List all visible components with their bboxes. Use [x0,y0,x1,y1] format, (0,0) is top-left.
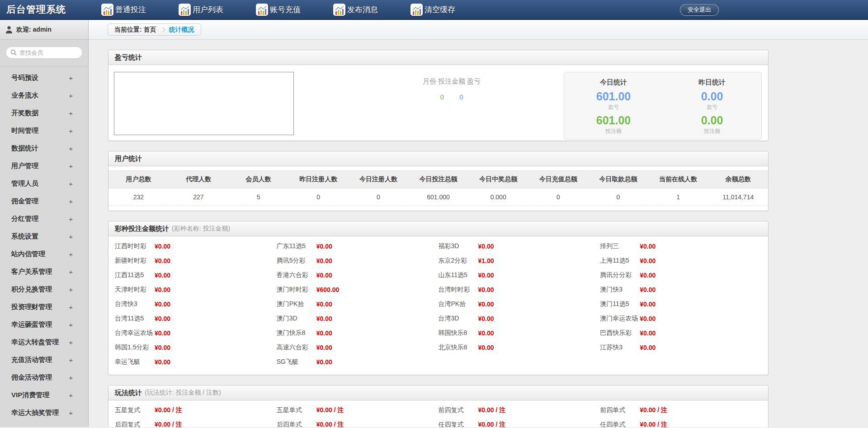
yesterday-title: 昨日统计 [663,78,761,87]
yesterday-stats: 昨日统计 0.00 盈亏 0.00 投注额 [663,78,761,139]
lottery-amount: ¥0.00 [316,315,332,322]
sidebar-menu-item[interactable]: 客户关系管理 + [0,263,88,281]
sidebar-menu-item[interactable]: 充值活动管理 + [0,351,88,369]
play-amount: ¥0.00 / 注 [155,421,182,427]
sidebar-menu-item[interactable]: 管理人员 + [0,175,88,193]
sidebar-menu-item-label: 佣金管理 [11,197,38,206]
expand-plus-icon: + [69,198,73,205]
top-menu-item[interactable]: 账号充值 [256,4,301,16]
expand-plus-icon: + [69,374,73,381]
sidebar-menu-item[interactable]: 分红管理 + [0,210,88,228]
play-item: 任四单式 ¥0.00 / 注 [600,418,762,427]
lottery-amount: ¥0.00 [640,301,656,308]
legend-header: 月份 投注金额 盈亏 [423,77,481,86]
sidebar: 欢迎: admin 号码预设 + [0,20,89,427]
sidebar-menu-item-label: 系统设置 [11,232,38,241]
sidebar-menu-item[interactable]: 时间管理 + [0,122,88,140]
lottery-item: 台湾时时彩 ¥0.00 [439,282,600,297]
lottery-item: 香港六合彩 ¥0.00 [277,268,439,282]
lottery-item: 澳门快3 ¥0.00 [600,282,762,297]
expand-plus-icon: + [69,409,73,417]
lottery-amount: ¥1.00 [478,257,494,264]
sidebar-menu-item[interactable]: 积分兑换管理 + [0,281,88,298]
users-column-value: 11,014,714 [708,188,768,206]
users-column-value: 5 [228,188,288,206]
welcome-bar: 欢迎: admin [0,20,88,40]
lottery-name: 韩国1.5分彩 [115,343,155,352]
sidebar-menu-item[interactable]: 佣金活动管理 + [0,369,88,386]
sidebar-menu-item[interactable]: 号码预设 + [0,69,88,87]
lottery-amount: ¥0.00 [640,329,656,337]
sidebar-menu-item[interactable]: 佣金管理 + [0,193,88,210]
sidebar-menu-item[interactable]: 投资理财管理 + [0,298,88,316]
lottery-grid: 江西时时彩 ¥0.00 广东11选5 ¥0.00 福彩3D ¥0.00 [108,236,768,375]
top-menu-item[interactable]: 普通投注 [101,4,146,16]
users-column-header: 今日注册人数 [349,171,409,188]
search-input[interactable] [19,49,74,56]
users-column-header: 当前在线人数 [648,171,708,188]
sidebar-menu-item[interactable]: 业务流水 + [0,87,88,104]
chart-icon [256,4,268,16]
top-menu-item-label: 普通投注 [115,5,146,15]
expand-plus-icon: + [69,268,73,276]
expand-plus-icon: + [69,391,73,399]
sidebar-menu-item[interactable]: 幸运大抽奖管理 + [0,404,88,422]
sidebar-menu-item[interactable]: 系统设置 + [0,228,88,245]
top-menu-item[interactable]: 清空缓存 [410,4,455,16]
sidebar-menu-item[interactable]: 幸运砸蛋管理 + [0,316,88,334]
legend-profit-value: 0 [459,93,463,101]
lottery-item: 上海11选5 ¥0.00 [600,254,762,268]
lottery-name: 江苏快3 [600,343,640,352]
top-menu-item[interactable]: 发布消息 [333,4,378,16]
sidebar-menu-item[interactable]: VIP消费管理 + [0,386,88,404]
lottery-name: 广东11选5 [277,242,316,250]
play-item: 五星复式 ¥0.00 / 注 [115,403,277,418]
profit-legend: 月份 投注金额 盈亏 0 0 [423,77,481,101]
users-column-value: 0 [528,188,588,206]
lottery-item: 澳门幸运农场 ¥0.00 [600,311,762,326]
sidebar-menu-item-label: 号码预设 [11,74,38,82]
top-menu-item[interactable]: 用户列表 [179,4,223,16]
lottery-item: 排列三 ¥0.00 [600,239,762,254]
lottery-panel-header: 彩种投注金额统计 (彩种名称: 投注金额) [108,221,768,236]
lottery-item: 澳门时时彩 ¥600.00 [277,282,439,297]
users-column-header: 昨日注册人数 [288,171,349,188]
sidebar-menu-item[interactable]: 用户管理 + [0,157,88,175]
lottery-item: 巴西快乐彩 ¥0.00 [600,326,762,340]
lottery-name: 排列三 [600,242,640,250]
lottery-name: 福彩3D [439,242,478,250]
sidebar-menu-item-label: 站内信管理 [11,250,45,259]
chart-icon [410,4,423,16]
lottery-name: 天津时时彩 [115,286,155,294]
lottery-name: 上海11选5 [600,257,640,265]
lottery-item: 台湾快3 ¥0.00 [115,297,277,311]
lottery-amount: ¥0.00 [478,329,494,337]
play-name: 后四单式 [277,421,316,427]
lottery-name: 江西时时彩 [115,242,155,250]
sidebar-menu-item-label: 幸运大抽奖管理 [11,409,59,417]
member-search [0,40,88,66]
play-amount: ¥0.00 / 注 [478,421,506,427]
lottery-amount: ¥0.00 [155,329,170,337]
sidebar-menu-item[interactable]: 数据统计 + [0,140,88,157]
logout-button[interactable]: 安全退出 [680,4,719,16]
expand-plus-icon: + [69,356,73,364]
lottery-amount: ¥0.00 [640,344,656,351]
expand-plus-icon: + [69,233,73,240]
sidebar-menu-item-label: 时间管理 [11,127,38,135]
sidebar-menu-item[interactable]: 开奖数据 + [0,104,88,122]
expand-plus-icon: + [69,321,73,329]
today-stats: 今日统计 601.00 盈亏 601.00 投注额 [564,78,663,139]
lottery-item: 北京快乐8 ¥0.00 [439,340,600,355]
users-column-value: 0 [288,188,349,206]
sidebar-menu-item[interactable]: 站内信管理 + [0,245,88,263]
lottery-amount: ¥0.00 [316,344,332,351]
lottery-amount: ¥0.00 [155,301,170,308]
users-table-values: 232 227 5 0 0 601.000 0.000 [108,188,768,206]
sidebar-menu-item-label: 积分兑换管理 [11,285,52,294]
legend-bet-value: 0 [440,93,444,101]
sidebar-menu-item[interactable]: 幸运大转盘管理 + [0,334,88,351]
breadcrumb-current[interactable]: 统计概况 [169,26,194,34]
top-menu-item-label: 账号充值 [270,5,301,15]
lottery-name: 台湾快3 [115,300,155,308]
